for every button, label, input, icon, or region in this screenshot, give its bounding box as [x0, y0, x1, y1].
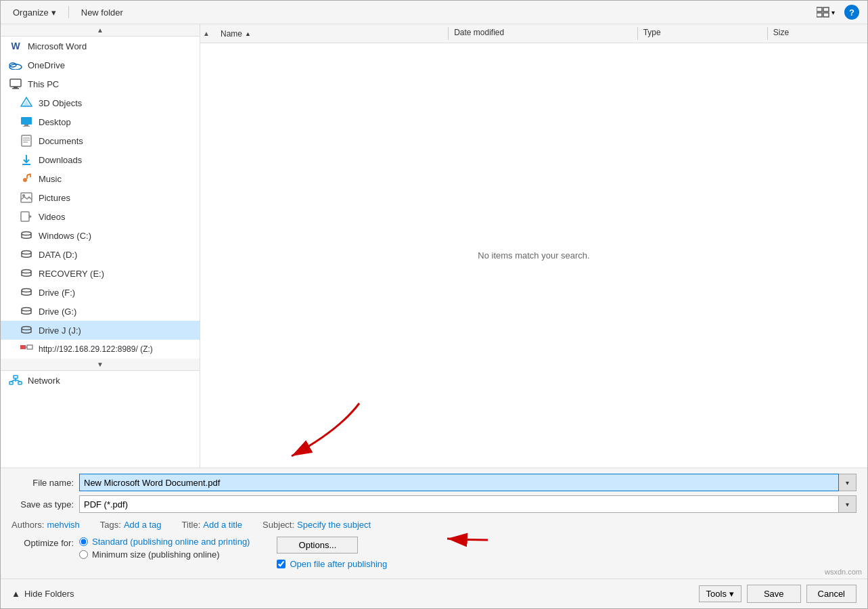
organize-chevron-icon: ▾ [51, 7, 56, 18]
downloads-icon [20, 154, 33, 166]
sidebar-item-drive-f[interactable]: Drive (F:) [1, 283, 200, 302]
view-dropdown-icon: ▾ [831, 9, 835, 16]
drive-e-icon [20, 267, 33, 279]
optimize-section: Optimize for: Standard (publishing onlin… [12, 533, 856, 573]
sidebar-item-label: Downloads [39, 155, 82, 165]
tags-item: Tags: Add a tag [100, 520, 162, 530]
subject-label: Subject: [262, 520, 294, 530]
save-as-type-dropdown-arrow[interactable]: ▾ [839, 495, 856, 513]
sidebar-item-label: Videos [39, 212, 66, 222]
sidebar-scroll-up[interactable]: ▲ [1, 24, 200, 37]
organize-button[interactable]: Organize ▾ [9, 5, 60, 20]
help-button[interactable]: ? [844, 5, 859, 20]
sidebar-item-drive-j[interactable]: Drive J (J:) [1, 321, 200, 340]
tags-label: Tags: [100, 520, 121, 530]
sidebar-item-desktop[interactable]: Desktop [1, 112, 200, 131]
hide-folders-button[interactable]: ▲ Hide Folders [12, 589, 74, 599]
onedrive-icon [9, 59, 22, 71]
minimum-option[interactable]: Minimum size (publishing online) [79, 549, 250, 560]
network-z-icon [20, 343, 33, 355]
save-as-type-select[interactable]: PDF (*.pdf) XPS Document (*.xps) [79, 495, 839, 513]
col-type-header[interactable]: Type [638, 24, 767, 43]
tools-dropdown-icon: ▾ [729, 589, 734, 599]
sidebar-item-onedrive[interactable]: OneDrive [1, 55, 200, 74]
view-options-button[interactable]: ▾ [813, 5, 839, 20]
view-icon [817, 7, 830, 18]
save-as-type-wrapper: PDF (*.pdf) XPS Document (*.xps) ▾ [79, 495, 856, 513]
save-button[interactable]: Save [747, 585, 801, 603]
authors-item: Authors: mehvish [12, 520, 80, 530]
title-value[interactable]: Add a title [203, 520, 242, 530]
subject-value[interactable]: Specify the subject [297, 520, 371, 530]
sidebar-item-drive-g[interactable]: Drive (G:) [1, 302, 200, 321]
svg-rect-12 [24, 125, 28, 126]
organize-label: Organize [13, 7, 49, 18]
sidebar-item-music[interactable]: Music [1, 169, 200, 188]
options-publish-area: Options... Open file after publishing [277, 537, 387, 569]
sidebar-item-label: Music [39, 174, 62, 184]
sidebar-item-label: Desktop [39, 117, 71, 127]
sidebar-item-microsoft-word[interactable]: W Microsoft Word [1, 37, 200, 55]
sidebar-scroll-down[interactable]: ▼ [1, 359, 200, 371]
sidebar-item-windows-c[interactable]: Windows (C:) [1, 226, 200, 245]
save-as-type-row: Save as type: PDF (*.pdf) XPS Document (… [12, 495, 856, 513]
open-after-checkbox[interactable] [277, 560, 285, 568]
svg-rect-0 [817, 7, 822, 12]
svg-point-30 [22, 308, 31, 311]
cancel-button[interactable]: Cancel [806, 585, 856, 603]
svg-point-26 [22, 232, 31, 235]
svg-rect-1 [823, 7, 829, 12]
svg-rect-14 [22, 135, 31, 146]
authors-label: Authors: [12, 520, 44, 530]
dialog-toolbar: Organize ▾ New folder ▾ ? [1, 1, 867, 24]
svg-rect-7 [14, 87, 18, 88]
optimize-options: Standard (publishing online and printing… [79, 537, 250, 560]
file-name-dropdown-arrow[interactable]: ▾ [839, 474, 856, 491]
sidebar-item-downloads[interactable]: Downloads [1, 150, 200, 169]
this-pc-icon [9, 78, 22, 90]
hide-folders-label: Hide Folders [24, 589, 74, 599]
minimum-radio[interactable] [79, 550, 88, 559]
3d-objects-icon [20, 97, 33, 109]
svg-rect-32 [20, 345, 26, 349]
sidebar-item-data-d[interactable]: DATA (D:) [1, 245, 200, 264]
svg-rect-3 [823, 13, 829, 17]
sidebar-item-pictures[interactable]: Pictures [1, 188, 200, 207]
sidebar-item-network[interactable]: Network [1, 371, 200, 390]
file-name-row: File name: ▾ [12, 474, 856, 491]
sidebar-item-label: Documents [39, 136, 83, 146]
sidebar-item-videos[interactable]: Videos [1, 207, 200, 226]
svg-point-29 [22, 289, 31, 292]
svg-rect-11 [21, 117, 32, 125]
svg-rect-13 [23, 126, 30, 127]
svg-rect-2 [817, 13, 822, 17]
save-as-type-label: Save as type: [12, 499, 79, 510]
sidebar-item-this-pc[interactable]: This PC [1, 74, 200, 93]
col-size-header[interactable]: Size [768, 24, 867, 43]
sidebar-item-recovery-e[interactable]: RECOVERY (E:) [1, 264, 200, 283]
sidebar-item-label: RECOVERY (E:) [39, 269, 104, 279]
title-label: Title: [182, 520, 201, 530]
network-icon [9, 374, 22, 386]
open-after-label[interactable]: Open file after publishing [290, 559, 387, 569]
tools-button[interactable]: Tools ▾ [699, 585, 741, 602]
pictures-icon [20, 191, 33, 204]
main-area: ▲ W Microsoft Word OneDrive [1, 24, 867, 468]
standard-label: Standard (publishing online and printing… [92, 537, 250, 547]
sidebar-item-network-z[interactable]: http://192.168.29.122:8989/ (Z:) [1, 340, 200, 359]
standard-radio[interactable] [79, 537, 88, 546]
standard-option[interactable]: Standard (publishing online and printing… [79, 537, 250, 547]
empty-message: No items match your search. [478, 250, 589, 261]
sidebar-item-3d-objects[interactable]: 3D Objects [1, 93, 200, 112]
sidebar-item-documents[interactable]: Documents [1, 131, 200, 150]
drive-j-icon [20, 324, 33, 336]
authors-value[interactable]: mehvish [47, 520, 79, 530]
col-date-header[interactable]: Date modified [449, 24, 637, 43]
music-icon [20, 173, 33, 185]
options-button[interactable]: Options... [277, 537, 358, 554]
file-name-input[interactable] [79, 474, 839, 491]
header-scroll-btn[interactable]: ▲ [200, 28, 212, 40]
tags-value[interactable]: Add a tag [124, 520, 162, 530]
col-name-header[interactable]: Name ▲ [215, 24, 448, 43]
new-folder-button[interactable]: New folder [77, 5, 127, 20]
